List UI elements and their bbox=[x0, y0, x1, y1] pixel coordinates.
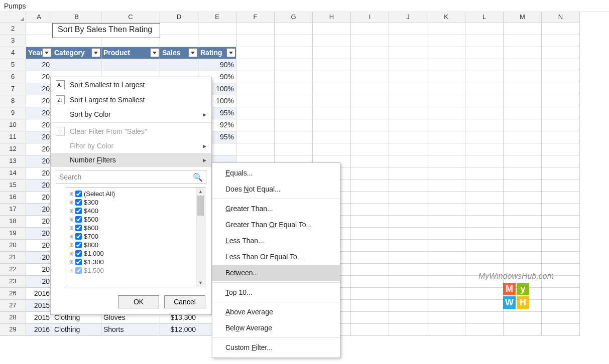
cell[interactable] bbox=[427, 83, 465, 95]
cell[interactable] bbox=[236, 143, 275, 155]
cell[interactable] bbox=[465, 192, 504, 204]
nf-less-equal[interactable]: Less Than Or Equal To... bbox=[212, 249, 340, 265]
cell[interactable] bbox=[542, 131, 580, 143]
row-header[interactable]: 17 bbox=[0, 204, 26, 216]
cell[interactable] bbox=[389, 71, 427, 83]
row-header[interactable]: 19 bbox=[0, 228, 26, 240]
header-rating[interactable]: Rating bbox=[198, 47, 236, 59]
cell[interactable] bbox=[313, 47, 351, 59]
cell[interactable] bbox=[465, 252, 504, 264]
cell[interactable] bbox=[236, 23, 275, 35]
cell[interactable] bbox=[465, 276, 504, 288]
filter-checkbox[interactable] bbox=[75, 191, 82, 197]
cell[interactable] bbox=[313, 131, 351, 143]
nf-below-avg[interactable]: Below Average bbox=[212, 320, 340, 336]
cell[interactable] bbox=[427, 228, 465, 240]
cell[interactable] bbox=[542, 324, 580, 336]
cell[interactable] bbox=[504, 47, 542, 59]
cell[interactable] bbox=[351, 35, 389, 47]
filter-value-item[interactable]: ⊞$1,500 bbox=[68, 266, 203, 275]
cell[interactable] bbox=[389, 95, 427, 107]
row-header[interactable]: 18 bbox=[0, 216, 26, 228]
cell[interactable] bbox=[389, 47, 427, 59]
cell[interactable] bbox=[389, 59, 427, 71]
cell[interactable] bbox=[389, 216, 427, 228]
formula-bar[interactable]: Pumps bbox=[0, 0, 609, 12]
select-all-corner[interactable] bbox=[0, 12, 26, 23]
cell[interactable] bbox=[504, 276, 542, 288]
cell[interactable] bbox=[389, 324, 427, 336]
cell[interactable] bbox=[427, 204, 465, 216]
cell[interactable] bbox=[389, 204, 427, 216]
cell[interactable] bbox=[389, 131, 427, 143]
cell[interactable] bbox=[313, 71, 351, 83]
cell[interactable]: 20 bbox=[26, 264, 52, 276]
col-header-L[interactable]: L bbox=[465, 12, 504, 23]
cell[interactable] bbox=[427, 240, 465, 252]
row-header[interactable]: 8 bbox=[0, 95, 26, 107]
col-header-D[interactable]: D bbox=[160, 12, 198, 23]
cell[interactable] bbox=[275, 119, 313, 131]
cell[interactable] bbox=[351, 228, 389, 240]
cell[interactable] bbox=[542, 312, 580, 324]
cell[interactable] bbox=[504, 143, 542, 155]
cell[interactable] bbox=[427, 192, 465, 204]
cell[interactable] bbox=[504, 312, 542, 324]
cell[interactable] bbox=[160, 35, 198, 47]
cell[interactable] bbox=[465, 143, 504, 155]
cell[interactable] bbox=[465, 312, 504, 324]
cell[interactable] bbox=[160, 23, 198, 35]
cell[interactable] bbox=[389, 179, 427, 192]
cell[interactable] bbox=[542, 23, 580, 35]
cell[interactable] bbox=[504, 71, 542, 83]
cell[interactable]: 20 bbox=[26, 107, 52, 119]
row-header[interactable]: 11 bbox=[0, 131, 26, 143]
col-header-G[interactable]: G bbox=[275, 12, 313, 23]
cell[interactable] bbox=[236, 83, 275, 95]
filter-checkbox[interactable] bbox=[75, 233, 82, 240]
cell[interactable] bbox=[275, 59, 313, 71]
cell[interactable] bbox=[504, 228, 542, 240]
cell[interactable] bbox=[542, 192, 580, 204]
cell[interactable] bbox=[465, 119, 504, 131]
row-header[interactable]: 3 bbox=[0, 35, 26, 47]
cell[interactable] bbox=[313, 119, 351, 131]
nf-greater-than[interactable]: Greater Than... bbox=[212, 201, 340, 217]
scrollbar-thumb[interactable] bbox=[197, 196, 204, 216]
cell[interactable] bbox=[351, 107, 389, 119]
row-header[interactable]: 21 bbox=[0, 252, 26, 264]
cell[interactable] bbox=[542, 179, 580, 192]
cell[interactable] bbox=[427, 179, 465, 192]
cell[interactable] bbox=[389, 240, 427, 252]
row-header[interactable]: 7 bbox=[0, 83, 26, 95]
cell[interactable] bbox=[542, 143, 580, 155]
cell[interactable] bbox=[504, 179, 542, 192]
cell[interactable] bbox=[427, 324, 465, 336]
cell[interactable] bbox=[351, 155, 389, 167]
cell[interactable] bbox=[236, 95, 275, 107]
cell[interactable] bbox=[236, 119, 275, 131]
nf-above-avg[interactable]: Above Average bbox=[212, 304, 340, 320]
cell[interactable] bbox=[351, 71, 389, 83]
cell[interactable] bbox=[198, 23, 236, 35]
row-header[interactable]: 5 bbox=[0, 59, 26, 71]
cell[interactable] bbox=[504, 204, 542, 216]
cell[interactable] bbox=[351, 59, 389, 71]
cell[interactable] bbox=[52, 59, 101, 71]
filter-dropdown-icon[interactable] bbox=[42, 48, 51, 57]
row-header[interactable]: 10 bbox=[0, 119, 26, 131]
cell[interactable]: 20 bbox=[26, 216, 52, 228]
row-header[interactable]: 29 bbox=[0, 324, 26, 336]
cell[interactable] bbox=[465, 35, 504, 47]
cell[interactable] bbox=[427, 276, 465, 288]
cell[interactable] bbox=[389, 155, 427, 167]
row-header[interactable]: 27 bbox=[0, 300, 26, 312]
cell[interactable] bbox=[275, 83, 313, 95]
cell[interactable] bbox=[427, 119, 465, 131]
row-header[interactable]: 9 bbox=[0, 107, 26, 119]
cell[interactable] bbox=[389, 228, 427, 240]
cell[interactable]: $12,000 bbox=[160, 324, 198, 336]
cell[interactable] bbox=[465, 23, 504, 35]
cell[interactable] bbox=[542, 107, 580, 119]
cell[interactable]: 2016 bbox=[26, 288, 52, 300]
